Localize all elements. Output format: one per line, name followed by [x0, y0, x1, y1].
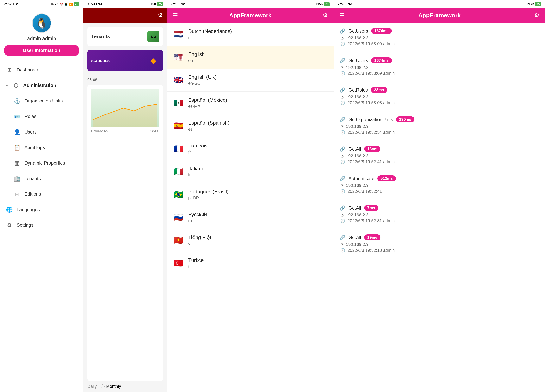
lang-item[interactable]: 🇺🇸 English en: [167, 46, 334, 69]
lang-name: Français: [188, 143, 208, 149]
log-item[interactable]: 🔗 Authenticate 513ms ◔ 192.168.2.3 🕐 202…: [334, 170, 545, 200]
lang-code: en: [188, 58, 205, 63]
log-item[interactable]: 🔗 GetUsers 1674ms ◔ 192.168.2.3 🕐 2022/6…: [334, 23, 545, 52]
monthly-radio[interactable]: Monthly: [101, 384, 121, 389]
log-item[interactable]: 🔗 GetUsers 1674ms ◔ 192.168.2.3 🕐 2022/6…: [334, 52, 545, 82]
log-method: GetUsers: [348, 58, 368, 63]
log-badge: 1674ms: [371, 57, 391, 63]
sidebar-item-administration[interactable]: ▾ ⬡ Administration: [0, 78, 83, 93]
log-timestamp: 2022/6/8 19:53:09 admin: [347, 41, 395, 46]
log-timestamp-row: 🕐 2022/6/8 19:52:41: [340, 189, 539, 194]
avatar-emoji: 🐧: [35, 17, 48, 29]
tenants-card[interactable]: Tenants 🗂: [87, 27, 163, 46]
log-item[interactable]: 🔗 GetOrganizationUnits 130ms ◔ 192.168.2…: [334, 111, 545, 141]
log-method: GetAll: [348, 205, 361, 211]
lang-item[interactable]: 🇹🇷 Türkçe tr: [167, 252, 334, 275]
log-badge: 13ms: [364, 146, 380, 152]
lang-name: Italiano: [188, 166, 204, 172]
log-method: GetOrganizationUnits: [348, 117, 393, 122]
sidebar-item-users[interactable]: 👤 Users: [0, 124, 83, 140]
sidebar-item-editions[interactable]: ⊞ Editions: [0, 186, 83, 202]
chevron-down-icon: ▾: [6, 83, 8, 88]
clock-circle-icon: ◔: [340, 36, 344, 40]
statistics-card[interactable]: statistics ◆: [87, 50, 163, 71]
id-card-icon: 🪪: [14, 113, 21, 120]
sidebar-item-organization-units[interactable]: ⚓ Organization Units: [0, 93, 83, 109]
battery-2: 75: [157, 2, 163, 6]
settings-icon-3[interactable]: ⚙: [323, 12, 328, 19]
lang-name: Tiếng Việt: [188, 234, 211, 240]
dashboard-label: Dashboard: [17, 67, 39, 73]
log-item[interactable]: 🔗 GetAll 19ms ◔ 192.168.2.3 🕐 2022/6/8 1…: [334, 229, 545, 259]
audit-panel-title: AppFramework: [349, 12, 530, 19]
log-ip-row: ◔ 192.168.2.3: [340, 154, 539, 159]
lang-item[interactable]: 🇧🇷 Português (Brasil) pt-BR: [167, 183, 334, 206]
log-timestamp-row: 🕐 2022/6/8 19:53:09 admin: [340, 71, 539, 76]
statistics-title: statistics: [91, 58, 110, 63]
languages-label: Languages: [17, 207, 40, 212]
status-time-2: 7:53 PM: [87, 2, 102, 6]
wifi-icon: 📶: [69, 2, 73, 6]
menu-icon-left[interactable]: ☰: [173, 12, 178, 19]
user-info-button[interactable]: User information: [4, 45, 79, 56]
status-time-1: 7:52 PM: [4, 2, 19, 6]
lang-code: fr: [188, 150, 208, 155]
sidebar-item-roles[interactable]: 🪪 Roles: [0, 109, 83, 124]
lang-name: Türkçe: [188, 257, 204, 263]
middle-panel: 7:53 PM ↓15K 75 ⚙ Tenants 🗂 statistics ◆…: [83, 0, 167, 392]
settings-icon-4[interactable]: ⚙: [534, 12, 539, 19]
lang-item[interactable]: 🇮🇹 Italiano it: [167, 160, 334, 183]
status-icons-2: ↓15K 75: [149, 2, 163, 6]
sidebar-item-languages[interactable]: 🌐 Languages: [0, 202, 83, 217]
log-badge: 513ms: [377, 175, 396, 181]
settings-icon-2[interactable]: ⚙: [158, 12, 163, 19]
lang-info: Русский ru: [188, 212, 207, 223]
log-badge: 1674ms: [371, 28, 391, 34]
log-item[interactable]: 🔗 GetRoles 28ms ◔ 192.168.2.3 🕐 2022/6/8…: [334, 82, 545, 111]
audit-logs-label: Audit logs: [25, 145, 45, 150]
lang-info: Français fr: [188, 143, 208, 155]
log-ip: 192.168.2.3: [346, 242, 368, 247]
sidebar-item-audit-logs[interactable]: 📋 Audit logs: [0, 140, 83, 155]
sidebar-item-dashboard[interactable]: ⊞ Dashboard: [0, 62, 83, 78]
lang-item[interactable]: 🇬🇧 English (UK) en-GB: [167, 69, 334, 92]
lang-info: English (UK) en-GB: [188, 74, 217, 86]
clock-circle-icon: ◔: [340, 65, 344, 70]
audit-panel: 7:53 PM ↓9.7K 75 ☰ AppFramework ⚙ 🔗 GetU…: [334, 0, 545, 392]
flag-icon: 🇪🇸: [173, 121, 184, 131]
chart-date-end: 08/06: [150, 129, 159, 133]
org-units-label: Organization Units: [25, 98, 63, 104]
api-icon: 🔗: [340, 28, 345, 34]
lang-item[interactable]: 🇲🇽 Español (México) es-MX: [167, 92, 334, 114]
log-method-row: 🔗 GetUsers 1674ms: [340, 28, 539, 34]
lang-code: it: [188, 173, 204, 178]
lang-item[interactable]: 🇳🇱 Dutch (Nederlands) nl: [167, 23, 334, 46]
globe-icon: 🌐: [6, 206, 13, 213]
languages-panel-title: AppFramework: [182, 12, 319, 19]
lang-item[interactable]: 🇫🇷 Français fr: [167, 137, 334, 160]
anchor-icon: ⚓: [14, 97, 21, 104]
menu-icon-audit[interactable]: ☰: [340, 12, 345, 19]
network-3: ↓15K: [316, 2, 323, 6]
flag-icon: 🇮🇹: [173, 167, 184, 176]
gem-icon: ◆: [150, 56, 156, 65]
alarm-icon: ⏰: [60, 2, 63, 6]
lang-item[interactable]: 🇪🇸 Español (Spanish) es: [167, 114, 334, 137]
sidebar-item-tenants[interactable]: 🏢 Tenants: [0, 171, 83, 186]
lang-item[interactable]: 🇷🇺 Русский ru: [167, 206, 334, 229]
lang-name: Español (México): [188, 97, 227, 103]
log-item[interactable]: 🔗 GetAll 7ms ◔ 192.168.2.3 🕐 2022/6/8 19…: [334, 200, 545, 229]
log-item[interactable]: 🔗 GetAll 13ms ◔ 192.168.2.3 🕐 2022/6/8 1…: [334, 141, 545, 170]
log-badge: 28ms: [371, 87, 387, 93]
log-timestamp-row: 🕐 2022/6/8 19:52:41 admin: [340, 159, 539, 164]
log-timestamp-row: 🕐 2022/6/8 19:52:31 admin: [340, 218, 539, 223]
clock-circle-icon: ◔: [340, 124, 344, 129]
lang-item[interactable]: 🇻🇳 Tiếng Việt vi: [167, 229, 334, 252]
settings-label: Settings: [17, 222, 34, 228]
layers-icon: ⬡: [12, 82, 19, 89]
sidebar-item-settings[interactable]: ⚙ Settings: [0, 217, 83, 233]
users-label: Users: [25, 129, 37, 135]
api-icon: 🔗: [340, 146, 345, 152]
sidebar-item-dynamic-properties[interactable]: ▦ Dynamic Properties: [0, 155, 83, 171]
lang-code: vi: [188, 241, 211, 246]
